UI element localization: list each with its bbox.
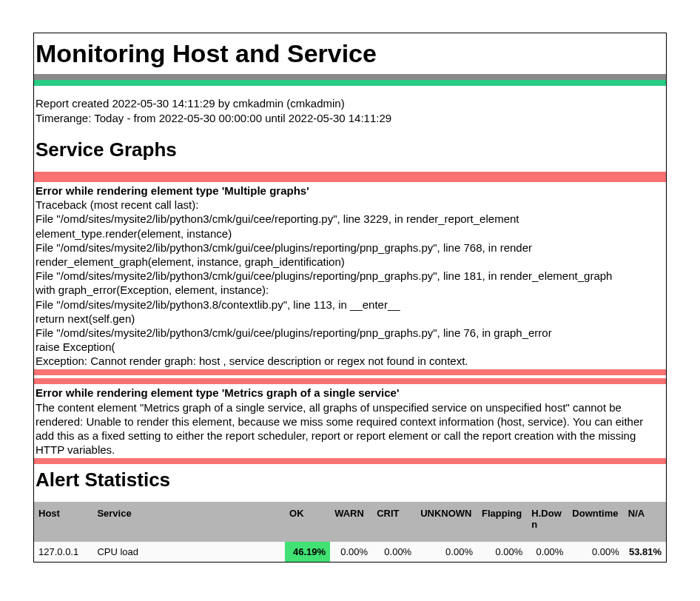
th-hdown: H.Down <box>527 502 568 542</box>
cell-service: CPU load <box>92 542 285 562</box>
report-title: Monitoring Host and Service <box>34 39 666 68</box>
alert-statistics-table: Host Service OK WARN CRIT UNKNOWN Flappi… <box>34 502 666 562</box>
th-host: Host <box>34 502 92 542</box>
section-service-graphs: Service Graphs <box>34 138 666 161</box>
error-bar-bottom-1 <box>34 369 666 375</box>
section-alert-statistics: Alert Statistics <box>34 469 666 491</box>
cell-ok: 46.19% <box>285 542 330 562</box>
error-title-2: Error while rendering element type 'Metr… <box>36 384 664 400</box>
cell-downtime: 0.00% <box>568 542 623 562</box>
th-downtime: Downtime <box>568 502 623 542</box>
error-bar-top-2 <box>34 378 666 384</box>
divider-green <box>34 80 666 86</box>
table-row: 127.0.0.1 CPU load 46.19% 0.00% 0.00% 0.… <box>34 542 666 562</box>
error-body-2: The content element "Metrics graph of a … <box>36 400 664 457</box>
th-flapping: Flapping <box>477 502 527 542</box>
cell-hdown: 0.00% <box>527 542 568 562</box>
report-created-line: Report created 2022-05-30 14:11:29 by cm… <box>36 96 664 111</box>
error-bar-top-1 <box>34 172 666 182</box>
report-timerange-line: Timerange: Today - from 2022-05-30 00:00… <box>36 111 664 126</box>
error-body-1: Traceback (most recent call last): File … <box>36 198 664 368</box>
report-meta: Report created 2022-05-30 14:11:29 by cm… <box>34 86 666 130</box>
cell-crit: 0.00% <box>372 542 416 562</box>
th-warn: WARN <box>330 502 372 542</box>
cell-flapping: 0.00% <box>477 542 527 562</box>
cell-na: 53.81% <box>624 542 666 562</box>
th-crit: CRIT <box>372 502 416 542</box>
error-bar-bottom-2 <box>34 458 666 464</box>
cell-host: 127.0.0.1 <box>34 542 92 562</box>
th-service: Service <box>92 502 285 542</box>
cell-unknown: 0.00% <box>416 542 477 562</box>
th-ok: OK <box>285 502 330 542</box>
cell-warn: 0.00% <box>330 542 372 562</box>
error-block-2: Error while rendering element type 'Metr… <box>34 384 666 458</box>
table-header-row: Host Service OK WARN CRIT UNKNOWN Flappi… <box>34 502 666 542</box>
error-title-1: Error while rendering element type 'Mult… <box>36 182 664 198</box>
error-block-1: Error while rendering element type 'Mult… <box>34 182 666 369</box>
divider-grey <box>34 74 666 80</box>
th-unknown: UNKNOWN <box>416 502 477 542</box>
th-na: N/A <box>624 502 666 542</box>
report-container: Monitoring Host and Service Report creat… <box>33 33 667 563</box>
